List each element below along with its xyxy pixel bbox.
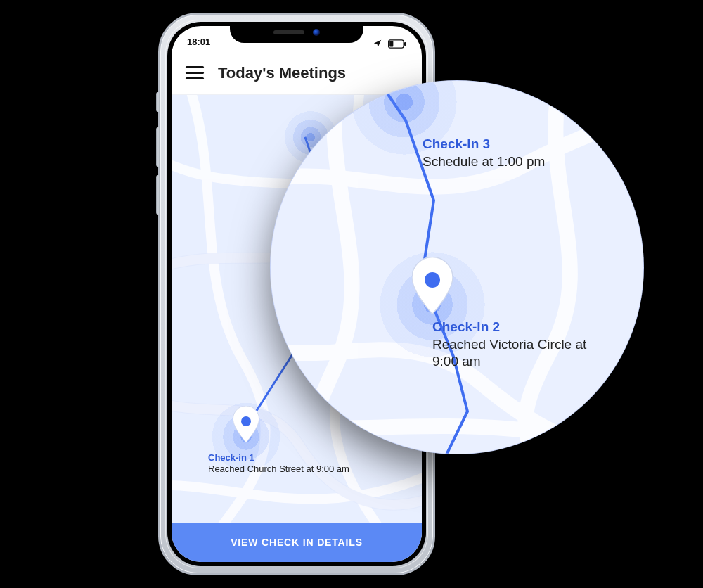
map-pin-icon[interactable] (412, 257, 453, 314)
phone-notch (230, 22, 363, 43)
checkin-3-label: Check-in 3 Schedule at 1:00 pm (423, 136, 545, 170)
checkin-2-subtitle: Reached Victoria Circle at 9:00 am (432, 336, 615, 371)
phone-mute-switch (156, 92, 160, 112)
checkin-3-subtitle: Schedule at 1:00 pm (423, 153, 545, 171)
checkin-1-label: Check-in 1 Reached Church Street at 9:00… (208, 452, 349, 475)
phone-volume-down (156, 175, 160, 215)
battery-icon (388, 39, 406, 49)
stage: 18:01 (0, 0, 703, 588)
checkin-2-title: Check-in 2 (432, 319, 615, 336)
checkin-1-title: Check-in 1 (208, 452, 349, 464)
svg-rect-1 (404, 41, 406, 45)
map-pin-icon[interactable] (233, 406, 259, 442)
checkin-1-subtitle: Reached Church Street at 9:00 am (208, 464, 349, 475)
phone-volume-up (156, 127, 160, 167)
hamburger-icon[interactable] (186, 66, 204, 79)
status-right-cluster (373, 39, 406, 51)
map-pin-dot (425, 272, 440, 288)
map-pin-dot (241, 416, 251, 426)
svg-rect-2 (389, 41, 393, 46)
location-arrow-icon (373, 39, 382, 49)
magnifier-lens: Check-in 3 Schedule at 1:00 pm Check-in … (271, 81, 643, 454)
page-title: Today's Meetings (218, 64, 346, 82)
status-time: 18:01 (187, 37, 210, 51)
app-header: Today's Meetings (172, 51, 422, 95)
phone-speaker (273, 30, 304, 34)
checkin-2-label: Check-in 2 Reached Victoria Circle at 9:… (432, 319, 615, 371)
checkin-3-title: Check-in 3 (423, 136, 545, 153)
view-details-label: VIEW CHECK IN DETAILS (231, 537, 363, 548)
phone-front-camera (313, 29, 320, 36)
view-check-in-details-button[interactable]: VIEW CHECK IN DETAILS (172, 523, 422, 562)
